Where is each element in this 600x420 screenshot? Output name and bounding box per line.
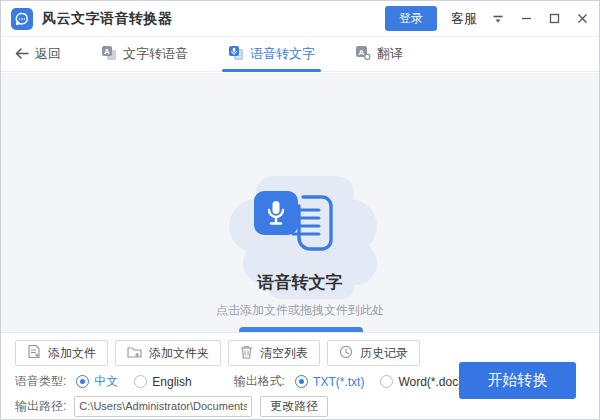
text-to-speech-icon: A <box>101 45 117 64</box>
radio-voice-english[interactable]: English <box>134 375 191 389</box>
drop-zone[interactable]: 语音转文字 点击添加文件或拖拽文件到此处 + 添加文件 <box>1 73 599 332</box>
microphone-badge-icon <box>254 191 298 235</box>
output-format-label: 输出格式: <box>234 373 285 390</box>
add-file-label: 添加文件 <box>48 345 96 362</box>
tab-text-to-speech[interactable]: A 文字转语音 <box>95 37 194 72</box>
add-file-button[interactable]: 添加文件 <box>15 340 108 366</box>
tab-translate[interactable]: A 翻译 <box>349 37 409 72</box>
svg-text:A: A <box>359 47 365 56</box>
radio-voice-chinese[interactable]: 中文 <box>76 373 118 390</box>
clear-list-button[interactable]: 清空列表 <box>228 340 320 366</box>
close-icon[interactable] <box>575 12 589 26</box>
add-folder-label: 添加文件夹 <box>149 345 209 362</box>
arrow-left-icon <box>15 47 29 62</box>
history-button[interactable]: 历史记录 <box>327 340 420 366</box>
app-window: 风云文字语音转换器 登录 客服 返回 <box>0 0 600 420</box>
translate-icon: A <box>355 45 371 64</box>
tab-label: 文字转语音 <box>123 45 188 63</box>
page-title: 语音转文字 <box>1 271 599 294</box>
back-button[interactable]: 返回 <box>15 45 61 63</box>
drop-hint: 点击添加文件或拖拽文件到此处 <box>1 302 599 319</box>
tab-speech-to-text[interactable]: 语音转文字 <box>222 37 321 72</box>
folder-plus-icon <box>127 345 142 362</box>
clock-icon <box>339 345 353 362</box>
start-convert-button[interactable]: 开始转换 <box>459 362 576 399</box>
radio-icon <box>295 375 308 388</box>
maximize-icon[interactable] <box>547 12 561 26</box>
change-path-button[interactable]: 更改路径 <box>260 396 328 417</box>
active-tab-underline <box>222 69 321 72</box>
file-plus-icon <box>27 344 41 362</box>
app-title: 风云文字语音转换器 <box>42 10 173 28</box>
titlebar: 风云文字语音转换器 登录 客服 <box>1 1 599 37</box>
radio-icon <box>380 375 393 388</box>
output-path-label: 输出路径: <box>15 398 66 415</box>
radio-format-doc[interactable]: Word(*.doc) <box>380 375 462 389</box>
trash-icon <box>240 345 253 362</box>
back-label: 返回 <box>35 45 61 63</box>
login-button[interactable]: 登录 <box>385 6 437 31</box>
clear-list-label: 清空列表 <box>260 345 308 362</box>
toolbar: 添加文件 添加文件夹 <box>15 340 420 366</box>
radio-format-txt[interactable]: TXT(*.txt) <box>295 375 364 389</box>
output-path-row: 输出路径: 更改路径 <box>15 396 328 417</box>
app-logo-icon <box>11 8 33 30</box>
titlebar-controls: 登录 客服 <box>385 6 589 31</box>
output-path-input[interactable] <box>74 396 252 417</box>
menu-dropdown-icon[interactable] <box>491 12 505 26</box>
history-label: 历史记录 <box>360 345 408 362</box>
voice-type-label: 语音类型: <box>15 373 66 390</box>
tab-bar: 返回 A 文字转语音 <box>1 37 599 72</box>
support-link[interactable]: 客服 <box>451 10 477 28</box>
radio-icon <box>134 375 147 388</box>
add-folder-button[interactable]: 添加文件夹 <box>115 340 221 366</box>
minimize-icon[interactable] <box>519 12 533 26</box>
tab-label: 翻译 <box>377 45 403 63</box>
svg-text:A: A <box>104 47 110 56</box>
radio-icon <box>76 375 89 388</box>
tab-label: 语音转文字 <box>250 45 315 63</box>
speech-to-text-icon <box>228 45 244 64</box>
bottom-panel: 添加文件 添加文件夹 <box>1 332 599 420</box>
